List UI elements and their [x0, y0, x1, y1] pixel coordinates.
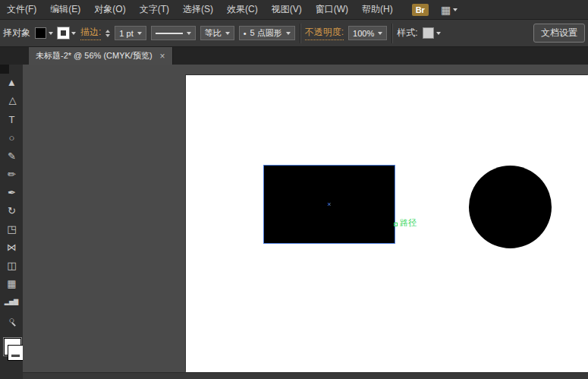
document-setup-button[interactable]: 文档设置 — [533, 24, 585, 43]
smart-guide-anchor — [394, 223, 398, 226]
pencil-icon: ✎ — [8, 150, 15, 162]
selection-context-label: 择对象 — [3, 27, 30, 39]
chevron-down-icon — [225, 32, 230, 35]
document-tab[interactable]: 未标题-2* @ 56% (CMYK/预览) × — [29, 47, 173, 65]
workspace-switcher[interactable]: ▦ — [441, 4, 458, 16]
chevron-down-icon — [49, 32, 53, 35]
arrow-up-icon — [105, 30, 110, 33]
menu-item-view[interactable]: 视图(V) — [265, 0, 309, 19]
bridge-button[interactable]: Br — [412, 4, 429, 16]
workspace-grid-icon: ▦ — [441, 4, 451, 16]
toolbar-stroke-swatch[interactable] — [8, 346, 23, 360]
scale-icon: ◳ — [7, 223, 15, 235]
stroke-color-swatch — [58, 27, 69, 39]
bar-chart-icon: ▂▅▇ — [5, 298, 18, 305]
center-point-marker: × — [327, 201, 331, 208]
menu-item-type[interactable]: 文字(T) — [133, 0, 176, 19]
selected-rectangle-shape[interactable]: × — [263, 165, 395, 244]
stroke-width-stepper[interactable] — [105, 30, 110, 37]
chevron-down-icon — [71, 32, 76, 35]
type-tool[interactable]: T — [0, 110, 23, 128]
separator — [300, 24, 300, 43]
uniform-profile-dropdown[interactable]: 等比 — [200, 26, 234, 40]
tools-panel-grip[interactable] — [0, 65, 9, 74]
opacity-dropdown[interactable]: 100% — [348, 26, 387, 40]
fill-color-swatch — [35, 27, 46, 39]
magnifier-icon: ○ — [9, 314, 14, 326]
perspective-grid-icon: ◫ — [7, 260, 15, 271]
stroke-panel-link[interactable]: 描边: — [80, 26, 101, 40]
width-tool[interactable]: ⋈ — [0, 238, 23, 256]
chevron-down-icon — [187, 32, 191, 35]
stroke-profile-line-icon — [156, 33, 183, 34]
brush-definition-dropdown[interactable]: • 5 点圆形 — [239, 26, 295, 40]
menu-item-select[interactable]: 选择(S) — [176, 0, 220, 19]
smart-guide-label: 路径 — [400, 217, 417, 229]
menu-item-file[interactable]: 文件(F) — [0, 0, 43, 19]
horizontal-scrollbar[interactable] — [23, 372, 588, 379]
mesh-tool[interactable]: ▦ — [0, 274, 23, 292]
width-icon: ⋈ — [7, 242, 16, 253]
circle-shape[interactable] — [469, 166, 552, 248]
ellipse-tool[interactable]: ○ — [0, 128, 23, 147]
direct-selection-tool[interactable]: ▷ — [0, 92, 23, 110]
chevron-down-icon — [137, 32, 142, 35]
control-bar: 择对象 描边: 1 pt 等比 • 5 点圆形 — [0, 20, 588, 47]
fill-stroke-indicator — [0, 336, 23, 368]
paintbrush-icon: ✏ — [8, 169, 15, 180]
stroke-width-value: 1 pt — [119, 29, 133, 38]
arrow-down-icon — [105, 34, 110, 37]
rotate-icon: ↻ — [8, 205, 15, 216]
tools-panel: ► ▷ T ○ ✎ ✏ ✒ ↻ ◳ ⋈ ◫ ▦ ▂▅▇ ○ — [0, 65, 23, 379]
illustrator-window: 文件(F) 编辑(E) 对象(O) 文字(T) 选择(S) 效果(C) 视图(V… — [0, 0, 588, 379]
separator — [391, 24, 392, 43]
brush-dot-icon: • — [244, 29, 247, 38]
pen-nib-icon: ✒ — [8, 187, 15, 198]
menu-bar: 文件(F) 编辑(E) 对象(O) 文字(T) 选择(S) 效果(C) 视图(V… — [0, 0, 588, 20]
scale-tool[interactable]: ◳ — [0, 220, 23, 238]
graph-tool[interactable]: ▂▅▇ — [0, 292, 23, 311]
menu-item-effect[interactable]: 效果(C) — [220, 0, 265, 19]
main-area: ► ▷ T ○ ✎ ✏ ✒ ↻ ◳ ⋈ ◫ ▦ ▂▅▇ ○ × — [0, 65, 588, 379]
rotate-tool[interactable]: ↻ — [0, 201, 23, 220]
menu-item-edit[interactable]: 编辑(E) — [43, 0, 87, 19]
menu-item-help[interactable]: 帮助(H) — [355, 0, 400, 19]
perspective-grid-tool[interactable]: ◫ — [0, 256, 23, 274]
stroke-color-control[interactable] — [58, 27, 76, 39]
paintbrush-tool[interactable]: ✏ — [0, 165, 23, 183]
chevron-down-icon — [286, 32, 291, 35]
chevron-down-icon — [378, 32, 382, 35]
opacity-panel-link[interactable]: 不透明度: — [305, 26, 344, 40]
direct-selection-arrow-icon: ▷ — [6, 98, 17, 105]
stroke-width-dropdown[interactable]: 1 pt — [115, 26, 146, 40]
zoom-tool[interactable]: ○ — [0, 311, 23, 329]
variable-width-profile-dropdown[interactable] — [151, 26, 196, 40]
menu-item-window[interactable]: 窗口(W) — [309, 0, 355, 19]
type-icon: T — [9, 114, 14, 125]
selection-tool[interactable]: ► — [0, 74, 23, 92]
mesh-icon: ▦ — [7, 278, 15, 289]
brush-definition-value: 5 点圆形 — [250, 27, 282, 39]
document-tab-title: 未标题-2* @ 56% (CMYK/预览) — [36, 50, 153, 62]
fill-color-control[interactable] — [35, 27, 53, 39]
style-label: 样式: — [397, 27, 417, 39]
chevron-down-icon — [453, 8, 458, 11]
document-tab-strip: 未标题-2* @ 56% (CMYK/预览) × — [0, 47, 588, 65]
pencil-tool[interactable]: ✎ — [0, 147, 23, 165]
selection-arrow-icon: ► — [6, 78, 17, 87]
canvas-area[interactable]: × 路径 — [23, 65, 588, 379]
style-swatch — [423, 27, 434, 39]
menu-item-object[interactable]: 对象(O) — [87, 0, 132, 19]
ellipse-icon: ○ — [9, 132, 14, 144]
opacity-value: 100% — [353, 29, 374, 38]
close-icon[interactable]: × — [160, 52, 165, 61]
style-dropdown[interactable] — [423, 27, 441, 39]
uniform-profile-value: 等比 — [205, 27, 222, 39]
chevron-down-icon — [436, 32, 441, 35]
pen-tool[interactable]: ✒ — [0, 183, 23, 201]
